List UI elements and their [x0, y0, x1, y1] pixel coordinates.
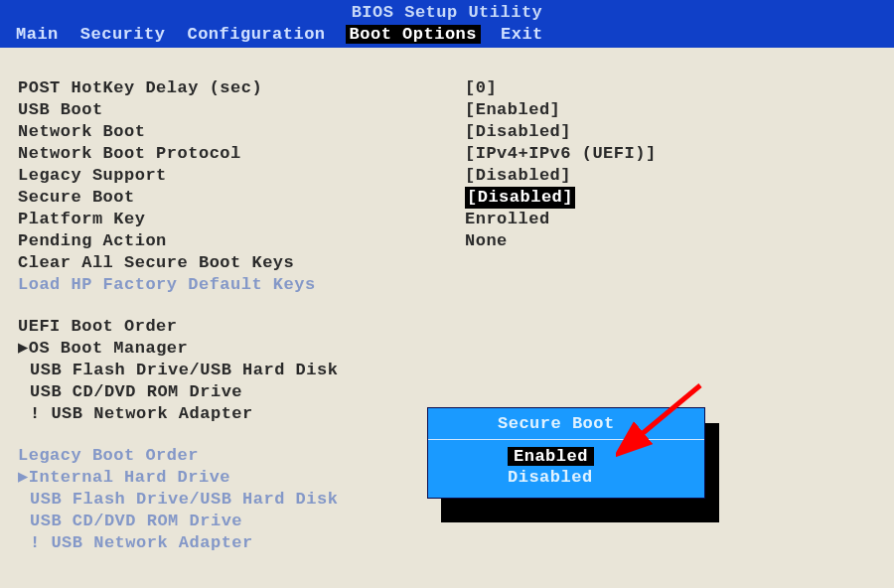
setting-value: [Disabled]	[465, 165, 571, 187]
setting-network-boot[interactable]: Network Boot [Disabled]	[18, 121, 876, 143]
setting-value: [Disabled]	[465, 121, 571, 143]
tab-configuration[interactable]: Configuration	[185, 25, 327, 44]
setting-usb-boot[interactable]: USB Boot [Enabled]	[18, 99, 876, 121]
setting-load-hp-default-keys: Load HP Factory Default Keys	[18, 274, 876, 296]
tab-exit[interactable]: Exit	[499, 25, 545, 44]
tab-main[interactable]: Main	[14, 25, 61, 44]
tab-boot-options[interactable]: Boot Options	[346, 25, 481, 44]
popup-title: Secure Boot	[428, 408, 704, 440]
boot-item-usb-cd-dvd[interactable]: USB CD/DVD ROM Drive	[18, 381, 876, 403]
tab-security[interactable]: Security	[78, 25, 168, 44]
bios-header: BIOS Setup Utility Main Security Configu…	[0, 0, 894, 48]
setting-clear-secure-boot-keys[interactable]: Clear All Secure Boot Keys	[18, 252, 876, 274]
setting-label: Secure Boot	[18, 187, 465, 209]
secure-boot-popup: Secure Boot Enabled Disabled	[427, 407, 705, 499]
setting-label: Load HP Factory Default Keys	[18, 274, 465, 296]
setting-label: Pending Action	[18, 230, 465, 252]
setting-label: Network Boot	[18, 121, 465, 143]
utility-title: BIOS Setup Utility	[0, 3, 894, 22]
setting-post-hotkey-delay[interactable]: POST HotKey Delay (sec) [0]	[18, 77, 876, 99]
setting-value-selected: [Disabled]	[465, 187, 575, 209]
setting-value: [Enabled]	[465, 99, 560, 121]
setting-legacy-support[interactable]: Legacy Support [Disabled]	[18, 165, 876, 187]
setting-value: None	[465, 230, 508, 252]
popup-option-disabled[interactable]: Disabled	[428, 467, 704, 488]
setting-pending-action: Pending Action None	[18, 230, 876, 252]
setting-value: Enrolled	[465, 209, 550, 230]
setting-label: Platform Key	[18, 209, 465, 230]
boot-item-os-boot-manager[interactable]: ▶OS Boot Manager	[18, 338, 876, 360]
setting-network-boot-protocol[interactable]: Network Boot Protocol [IPv4+IPv6 (UEFI)]	[18, 143, 876, 165]
setting-secure-boot[interactable]: Secure Boot [Disabled]	[18, 187, 876, 209]
tab-bar: Main Security Configuration Boot Options…	[14, 25, 545, 44]
setting-label: USB Boot	[18, 99, 465, 121]
setting-label: POST HotKey Delay (sec)	[18, 77, 465, 99]
setting-platform-key: Platform Key Enrolled	[18, 209, 876, 230]
setting-value: [0]	[465, 77, 497, 99]
setting-label: Clear All Secure Boot Keys	[18, 252, 465, 274]
popup-option-enabled[interactable]: Enabled	[428, 446, 704, 467]
boot-item-usb-flash[interactable]: USB Flash Drive/USB Hard Disk	[18, 360, 876, 381]
legacy-item-usb-network: ! USB Network Adapter	[18, 532, 876, 554]
setting-value: [IPv4+IPv6 (UEFI)]	[465, 143, 657, 165]
uefi-boot-order-heading: UEFI Boot Order	[18, 316, 876, 338]
setting-label: Network Boot Protocol	[18, 143, 465, 165]
setting-label: Legacy Support	[18, 165, 465, 187]
